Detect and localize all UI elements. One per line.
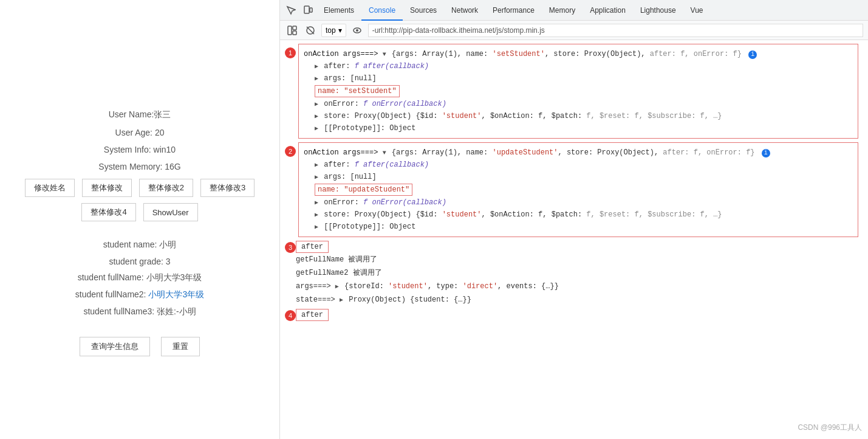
block-number-1: 1 [285,47,296,58]
svg-rect-2 [288,26,292,35]
plain-line-getfullname2: getFullName2 被调用了 [280,266,868,280]
user-age-row: User Age: 20 [36,128,243,137]
block-icon[interactable] [303,23,318,38]
block-number-4: 4 [285,310,296,321]
block1-line5: ▶ store: Proxy(Object) {$id: 'student', … [304,110,853,122]
student-fullname3-row: student fullName3: 张姓:-小明 [75,306,204,317]
context-selector[interactable]: top ▾ [321,24,346,37]
url-bar[interactable] [368,24,863,37]
btn-modify-all4[interactable]: 整体修改4 [81,203,135,221]
student-fullname2-row: student fullName2: 小明大学3年级 [75,289,204,300]
console-block-2: onAction args===> ▼ {args: Array(1), nam… [298,142,858,237]
block1-line1: ▶ after: f after(callback) [304,60,853,72]
after-box-4: after [296,309,329,321]
student-fullname-row: student fullName: 小明大学3年级 [75,272,204,283]
device-icon[interactable] [299,2,316,19]
block2-line6: ▶ [[Prototype]]: Object [304,221,853,233]
block1-line4: ▶ onError: f onError(callback) [304,98,853,110]
block2-line4: ▶ onError: f onError(callback) [304,196,853,209]
block1-line6: ▶ [[Prototype]]: Object [304,122,853,134]
plain-line-state: state===> ▶ Proxy(Object) {student: {…}} [280,293,868,306]
svg-rect-4 [293,31,296,35]
eye-icon[interactable] [350,23,364,38]
console-output: 1 onAction args===> ▼ {args: Array(1), n… [280,40,868,439]
system-memory-row: System Memory: 16G [36,162,243,171]
user-name-label: User Name: [109,109,154,119]
student-name-row: student name: 小明 [75,240,204,251]
highlighted-name-2: name: "updateStudent" [315,184,412,196]
left-panel: User Name:张三 User Age: 20 System Info: w… [0,0,279,439]
layout-icon[interactable] [285,23,299,38]
btn-modify-all[interactable]: 整体修改 [82,179,132,197]
console-block-1: onAction args===> ▼ {args: Array(1), nam… [298,44,858,139]
user-name-row: User Name:张三 [36,109,243,120]
system-memory-value: 16G [165,162,180,171]
tab-console[interactable]: Console [361,0,403,21]
tab-sources[interactable]: Sources [403,0,444,21]
btn-modify-name[interactable]: 修改姓名 [25,179,75,197]
tab-network[interactable]: Network [444,0,485,21]
student-fullname2-value: 小明大学3年级 [148,289,204,299]
block2-topline: onAction args===> ▼ {args: Array(1), nam… [304,147,853,159]
student-info-section: student name: 小明 student grade: 3 studen… [75,240,204,323]
buttons-row2: 整体修改4 ShowUser [81,203,197,221]
btn-modify-all2[interactable]: 整体修改2 [139,179,193,197]
block1-line2: ▶ args: [null] [304,72,853,85]
buttons-row1: 修改姓名 整体修改 整体修改2 整体修改3 [25,179,255,197]
after-box-3: after [296,241,329,253]
context-value: top [326,26,336,35]
block2-line1: ▶ after: f after(callback) [304,159,853,171]
info-icon-1: i [748,50,757,59]
tab-vue[interactable]: Vue [683,0,711,21]
user-age-value: 20 [155,128,165,137]
student-grade-row: student grade: 3 [75,257,204,266]
tab-application[interactable]: Application [583,0,633,21]
plain-line-args: args===> ▶ {storeId: 'student', type: 'd… [280,280,868,293]
btn-query-student[interactable]: 查询学生信息 [80,337,150,356]
svg-rect-3 [293,26,296,30]
devtools-tab-bar: Elements Console Sources Network Perform… [280,0,868,21]
system-info-label: System Info: [104,145,154,154]
cursor-icon[interactable] [282,2,299,19]
tab-memory[interactable]: Memory [542,0,583,21]
block1-topline: onAction args===> ▼ {args: Array(1), nam… [304,48,853,60]
block-number-2: 2 [285,146,296,157]
block2-line5: ▶ store: Proxy(Object) {$id: 'student', … [304,209,853,221]
svg-point-8 [356,29,358,32]
info-icon-2: i [762,149,770,157]
block2-line2: ▶ args: [null] [304,171,853,183]
btn-modify-all3[interactable]: 整体修改3 [200,179,255,197]
block1-line3-highlighted: name: "setStudent" [304,85,853,98]
system-memory-label: System Memory: [98,162,165,171]
plain-line-getfullname: getFullName 被调用了 [280,253,868,266]
tab-elements[interactable]: Elements [316,0,361,21]
block-number-3: 3 [285,242,296,253]
system-info-value: win10 [154,145,176,154]
tab-lighthouse[interactable]: Lighthouse [633,0,683,21]
chevron-down-icon: ▾ [338,26,342,35]
csdn-credit: CSDN @996工具人 [798,423,862,433]
btn-reset[interactable]: 重置 [161,337,200,356]
devtools-panel: Elements Console Sources Network Perform… [279,0,868,439]
btn-show-user[interactable]: ShowUser [143,203,198,221]
block2-line3-highlighted: name: "updateStudent" [304,183,853,196]
devtools-toolbar2: top ▾ [280,21,868,40]
svg-rect-1 [310,8,312,12]
bottom-buttons: 查询学生信息 重置 [80,337,200,356]
svg-rect-0 [304,6,309,13]
user-name-value: 张三 [154,109,171,119]
user-age-label: User Age: [115,128,155,137]
tab-performance[interactable]: Performance [485,0,542,21]
highlighted-name-1: name: "setStudent" [315,85,400,97]
system-info-row: System Info: win10 [36,145,243,154]
